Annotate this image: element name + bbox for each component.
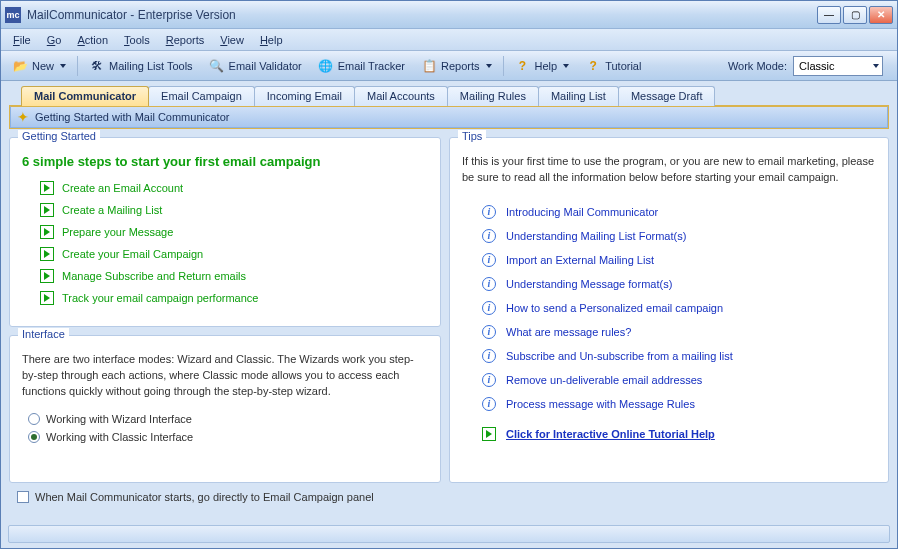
getting-started-legend: Getting Started [18,130,100,142]
tab-mail-accounts[interactable]: Mail Accounts [354,86,448,106]
tip-import-external[interactable]: iImport an External Mailing List [482,248,876,272]
menu-action[interactable]: Action [69,32,116,48]
tips-intro-text: If this is your first time to use the pr… [462,154,876,186]
tip-message-formats[interactable]: iUnderstanding Message format(s) [482,272,876,296]
tutorial-icon: ? [585,58,601,74]
tip-mailing-list-formats[interactable]: iUnderstanding Mailing List Format(s) [482,224,876,248]
startup-checkbox-row[interactable]: When Mail Communicator starts, go direct… [1,491,897,503]
tutorial-button[interactable]: ? Tutorial [578,54,648,78]
minimize-button[interactable]: — [817,6,841,24]
step-create-mailing-list[interactable]: Create a Mailing List [40,199,428,221]
status-bar [8,525,890,543]
tab-incoming-email[interactable]: Incoming Email [254,86,355,106]
interface-panel: Interface There are two interface modes:… [9,335,441,483]
getting-started-panel: Getting Started 6 simple steps to start … [9,137,441,327]
report-icon: 📋 [421,58,437,74]
tab-message-draft[interactable]: Message Draft [618,86,716,106]
step-prepare-message[interactable]: Prepare your Message [40,221,428,243]
content-area: Getting Started 6 simple steps to start … [1,129,897,491]
interface-text: There are two interface modes: Wizard an… [22,352,428,400]
reports-button[interactable]: 📋 Reports [414,54,499,78]
email-tracker-button[interactable]: 🌐 Email Tracker [311,54,412,78]
radio-wizard-label: Working with Wizard Interface [46,413,192,425]
work-mode-select[interactable]: Classic [793,56,883,76]
menu-tools[interactable]: Tools [116,32,158,48]
info-icon: i [482,205,496,219]
menu-help[interactable]: Help [252,32,291,48]
tab-mailing-rules[interactable]: Mailing Rules [447,86,539,106]
app-icon: mc [5,7,21,23]
radio-classic-interface[interactable]: Working with Classic Interface [22,428,428,446]
tutorial-label: Tutorial [605,60,641,72]
titlebar: mc MailCommunicator - Enterprise Version… [1,1,897,29]
menu-go[interactable]: Go [39,32,70,48]
maximize-button[interactable]: ▢ [843,6,867,24]
menu-view[interactable]: View [212,32,252,48]
help-button[interactable]: ? Help [508,54,577,78]
menubar: File Go Action Tools Reports View Help [1,29,897,51]
step-create-email-account[interactable]: Create an Email Account [40,177,428,199]
step-manage-subscribe[interactable]: Manage Subscribe and Return emails [40,265,428,287]
getting-started-banner: ✦ Getting Started with Mail Communicator [10,106,888,128]
radio-classic-label: Working with Classic Interface [46,431,193,443]
reports-label: Reports [441,60,480,72]
arrow-right-icon [40,225,54,239]
chevron-down-icon [486,64,492,68]
arrow-right-icon [40,181,54,195]
tip-message-rules[interactable]: iWhat are message rules? [482,320,876,344]
new-button[interactable]: 📂 New [5,54,73,78]
arrow-right-icon [40,269,54,283]
tip-interactive-tutorial[interactable]: Click for Interactive Online Tutorial He… [482,422,876,446]
tips-legend: Tips [458,130,486,142]
chevron-down-icon [60,64,66,68]
star-icon: ✦ [17,109,29,125]
step-create-campaign[interactable]: Create your Email Campaign [40,243,428,265]
arrow-right-icon [40,203,54,217]
new-label: New [32,60,54,72]
radio-wizard-interface[interactable]: Working with Wizard Interface [22,410,428,428]
info-icon: i [482,349,496,363]
tip-introducing[interactable]: iIntroducing Mail Communicator [482,200,876,224]
banner-text: Getting Started with Mail Communicator [35,111,229,123]
interface-legend: Interface [18,328,69,340]
info-icon: i [482,253,496,267]
mailing-list-tools-label: Mailing List Tools [109,60,193,72]
steps-list: Create an Email Account Create a Mailing… [40,177,428,309]
work-mode-label: Work Mode: [728,60,787,72]
tip-personalized-campaign[interactable]: iHow to send a Personalized email campai… [482,296,876,320]
tab-mail-communicator[interactable]: Mail Communicator [21,86,149,106]
tools-icon: 🛠 [89,58,105,74]
info-icon: i [482,229,496,243]
globe-icon: 🌐 [318,58,334,74]
step-track-performance[interactable]: Track your email campaign performance [40,287,428,309]
tab-mailing-list[interactable]: Mailing List [538,86,619,106]
window-controls: — ▢ ✕ [817,6,893,24]
close-button[interactable]: ✕ [869,6,893,24]
arrow-right-icon [482,427,496,441]
work-mode-value: Classic [799,60,834,72]
info-icon: i [482,373,496,387]
info-icon: i [482,325,496,339]
email-validator-label: Email Validator [229,60,302,72]
menu-file[interactable]: File [5,32,39,48]
chevron-down-icon [563,64,569,68]
radio-icon [28,431,40,443]
search-icon: 🔍 [209,58,225,74]
window-title: MailCommunicator - Enterprise Version [27,8,236,22]
tip-remove-undeliverable[interactable]: iRemove un-deliverable email addresses [482,368,876,392]
info-icon: i [482,301,496,315]
help-icon: ? [515,58,531,74]
steps-title: 6 simple steps to start your first email… [22,154,428,169]
mailing-list-tools-button[interactable]: 🛠 Mailing List Tools [82,54,200,78]
tip-process-rules[interactable]: iProcess message with Message Rules [482,392,876,416]
menu-reports[interactable]: Reports [158,32,213,48]
chevron-down-icon [873,64,879,68]
toolbar: 📂 New 🛠 Mailing List Tools 🔍 Email Valid… [1,51,897,81]
arrow-right-icon [40,291,54,305]
email-validator-button[interactable]: 🔍 Email Validator [202,54,309,78]
tip-subscribe-unsubscribe[interactable]: iSubscribe and Un-subscribe from a maili… [482,344,876,368]
tips-list: iIntroducing Mail Communicator iUndersta… [482,200,876,446]
arrow-right-icon [40,247,54,261]
info-icon: i [482,277,496,291]
tab-email-campaign[interactable]: Email Campaign [148,86,255,106]
